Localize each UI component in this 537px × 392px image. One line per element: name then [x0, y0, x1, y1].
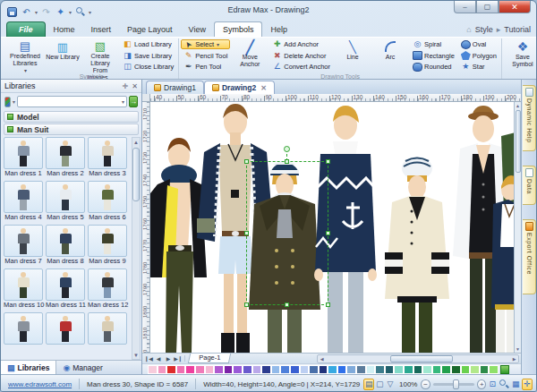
symbol-thumbnail[interactable] [46, 312, 85, 345]
color-swatch[interactable] [385, 365, 395, 374]
selection-handle-sw[interactable] [244, 303, 249, 307]
spiral-button[interactable]: Spiral [410, 39, 457, 49]
symbol-thumbnail[interactable] [46, 137, 85, 169]
pin-icon[interactable]: ✛ [123, 82, 129, 90]
tab-manager[interactable]: ◉ Manager [56, 361, 108, 374]
add-anchor-button[interactable]: Add Anchor [269, 39, 333, 49]
library-item-man-dress-10[interactable]: Man dress 10 [4, 268, 43, 310]
color-swatch[interactable] [166, 365, 176, 374]
color-swatch[interactable] [346, 365, 356, 374]
symbol-thumbnail[interactable] [4, 312, 43, 345]
symbol-thumbnail[interactable] [4, 181, 43, 213]
zoom-tool-button[interactable] [499, 379, 509, 390]
page-view-button[interactable]: ▢ [374, 379, 385, 390]
scrollbar-thumb[interactable] [516, 110, 521, 173]
save-library-button[interactable]: Save Library [120, 51, 176, 61]
symbol-thumbnail[interactable] [4, 225, 43, 257]
canvas-horizontal-scrollbar[interactable]: ◀ ▶ [317, 354, 519, 363]
tab-drawing2[interactable]: Drawing2 ✕ [204, 81, 275, 94]
tab-home[interactable]: Home [46, 22, 83, 37]
last-page-button[interactable]: ▶❙ [174, 355, 183, 362]
color-swatch[interactable] [243, 365, 252, 374]
library-item-man-dress-11[interactable]: Man dress 11 [46, 268, 85, 310]
fit-page-button[interactable]: ⊡ [487, 379, 498, 390]
scrollbar-thumb[interactable] [132, 148, 140, 201]
color-swatch[interactable] [261, 365, 271, 374]
selection-handle-w[interactable] [244, 231, 249, 235]
tab-view[interactable]: View [181, 22, 214, 37]
library-item[interactable] [46, 312, 85, 354]
color-swatch[interactable] [328, 365, 337, 374]
palette-more-button[interactable] [500, 365, 509, 374]
symbol-thumbnail[interactable] [46, 181, 85, 213]
color-swatch[interactable] [205, 365, 215, 374]
website-link[interactable]: www.edrawsoft.com [4, 380, 75, 388]
color-swatch[interactable] [470, 365, 480, 374]
color-swatch[interactable] [375, 365, 385, 374]
color-swatch[interactable] [422, 365, 432, 374]
search-dropdown-icon[interactable]: ▾ [120, 98, 126, 105]
color-swatch[interactable] [176, 365, 186, 374]
color-swatch[interactable] [394, 365, 404, 374]
next-page-button[interactable]: ▶ [164, 355, 173, 362]
scroll-down-icon[interactable]: ▼ [133, 351, 139, 359]
color-swatch[interactable] [337, 365, 347, 374]
predefined-libraries-button[interactable]: Predefined Libraries▾ [6, 38, 44, 72]
color-swatch[interactable] [356, 365, 366, 374]
new-library-button[interactable]: New Library [44, 38, 81, 72]
pencil-tool-button[interactable]: Pencil Tool [181, 51, 230, 61]
library-search-button[interactable]: → [129, 96, 138, 107]
star-button[interactable]: Star [458, 62, 499, 72]
pan-tool-button[interactable]: ✛ [522, 379, 533, 390]
tab-symbols[interactable]: Symbols [214, 21, 263, 37]
library-item[interactable] [4, 312, 43, 354]
library-item-man-dress-1[interactable]: Man dress 1 [4, 137, 43, 178]
library-item-man-dress-3[interactable]: Man dress 3 [88, 137, 127, 178]
create-library-from-images-button[interactable]: Create Library From Images... [81, 38, 119, 72]
library-item[interactable] [88, 312, 127, 354]
scrollbar-thumb[interactable] [390, 355, 453, 362]
page-tab[interactable]: Page-1 [188, 354, 232, 363]
scroll-up-icon[interactable]: ▲ [133, 138, 139, 146]
select-button[interactable]: Select▾ [181, 39, 230, 49]
panel-close-icon[interactable]: ✕ [132, 82, 138, 90]
symbol-thumbnail[interactable] [88, 225, 127, 257]
symbol-thumbnail[interactable] [88, 137, 127, 169]
rounded-button[interactable]: Rounded [410, 62, 457, 72]
library-item-man-dress-4[interactable]: Man dress 4 [4, 181, 43, 222]
color-swatch[interactable] [366, 365, 376, 374]
color-swatch[interactable] [280, 365, 290, 374]
color-swatch[interactable] [319, 365, 328, 374]
selection-box[interactable] [246, 161, 328, 305]
close-button[interactable]: ✕ [499, 1, 531, 13]
symbol-thumbnail[interactable] [46, 225, 85, 257]
color-swatch[interactable] [461, 365, 471, 374]
scroll-right-icon[interactable]: ▶ [510, 356, 518, 362]
first-page-button[interactable]: ❙◀ [144, 355, 153, 362]
delete-anchor-button[interactable]: Delete Anchor [269, 51, 333, 61]
move-anchor-button[interactable]: Move Anchor [231, 38, 268, 72]
color-swatch[interactable] [290, 365, 300, 374]
color-swatch[interactable] [252, 365, 262, 374]
arc-button[interactable]: Arc [371, 38, 409, 72]
tab-file[interactable]: File [6, 21, 46, 37]
color-swatch[interactable] [451, 365, 461, 374]
style-menu[interactable]: Style [475, 25, 493, 34]
library-item-man-dress-2[interactable]: Man dress 2 [46, 137, 85, 178]
scroll-down-icon[interactable]: ▼ [516, 345, 520, 353]
zoom-in-button[interactable]: + [477, 379, 486, 389]
scroll-up-icon[interactable]: ▲ [516, 102, 520, 109]
zoom-out-button[interactable]: − [421, 379, 430, 389]
tab-insert[interactable]: Insert [83, 22, 120, 37]
symbol-thumbnail[interactable] [88, 181, 127, 213]
color-swatch[interactable] [309, 365, 319, 374]
selection-handle-e[interactable] [326, 231, 330, 235]
selection-handle-nw[interactable] [244, 159, 249, 164]
canvas-figure-1[interactable] [150, 138, 207, 353]
library-item-man-dress-8[interactable]: Man dress 8 [46, 225, 85, 266]
tab-libraries[interactable]: ▤ Libraries [1, 361, 56, 374]
color-swatch[interactable] [441, 365, 451, 374]
minimize-button[interactable]: – [454, 1, 476, 13]
library-color-dropdown-icon[interactable]: ▾ [13, 98, 15, 105]
normal-view-button[interactable]: ▤ [363, 379, 374, 390]
